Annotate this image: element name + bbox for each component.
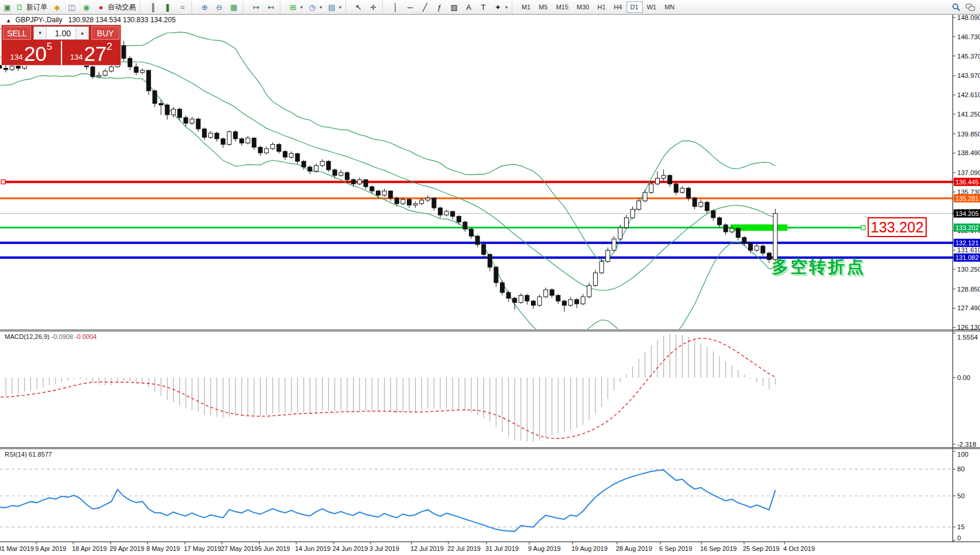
candle-body: [568, 300, 573, 306]
date-tick: 18 Apr 2019: [72, 545, 107, 552]
date-tick: 17 May 2019: [184, 545, 221, 552]
volume-decrease-button[interactable]: ▼: [34, 27, 47, 39]
chart-title: ▲ GBPJPY-,Daily 130.928 134.534 130.833 …: [6, 16, 176, 24]
price-tick: 141.250: [957, 111, 980, 118]
candle-body: [252, 138, 256, 148]
candle-body: [270, 145, 275, 149]
candle-body: [246, 138, 250, 143]
pivot-annotation[interactable]: 多空转折点: [772, 255, 865, 279]
price-tag-text: 133.202: [955, 224, 979, 231]
candle-body: [265, 149, 269, 153]
date-tick: 31 Jul 2019: [485, 545, 519, 552]
candle-body: [761, 246, 765, 253]
date-tick: 9 Apr 2019: [35, 545, 66, 552]
price-tick: 143.970: [957, 72, 980, 79]
candle-body: [234, 132, 238, 139]
candle-body: [631, 210, 635, 218]
symbol-period-label: GBPJPY-,Daily: [15, 16, 62, 24]
candle-body: [177, 109, 181, 117]
candle-body: [4, 68, 8, 70]
mt4-chart-window: { "toolbar": { "new_order_label": "新订单",…: [0, 0, 980, 555]
price-tick: 130.250: [957, 266, 980, 273]
rsi-line: [0, 470, 775, 532]
candle-body: [457, 217, 461, 222]
volume-stepper: ▼ 1.00 ▲: [33, 26, 89, 40]
candle-body: [736, 228, 740, 238]
candle-body: [612, 239, 616, 250]
rsi-axis-tick: 50: [957, 492, 965, 499]
buy-price[interactable]: 134 27 2: [62, 41, 121, 65]
price-tag-text: 134.205: [955, 210, 979, 217]
buy-button[interactable]: BUY: [91, 26, 119, 40]
date-tick: 25 Sep 2019: [743, 545, 779, 552]
candle-body: [687, 188, 691, 198]
candle-body: [637, 201, 641, 209]
hline-handle[interactable]: [861, 225, 865, 229]
pivot-annotation-text: 多空转折点: [772, 257, 865, 276]
volume-increase-button[interactable]: ▲: [76, 27, 88, 39]
date-tick: 9 Aug 2019: [528, 545, 561, 552]
candle-body: [718, 218, 722, 225]
macd-main-value: -0.0908: [51, 333, 73, 340]
candle-body: [308, 167, 312, 171]
rsi-axis-tick: 100: [957, 451, 968, 458]
candle-body: [649, 184, 653, 192]
price-tick: 127.490: [957, 304, 980, 311]
price-callout-box[interactable]: 133.202: [868, 217, 927, 237]
candle-body: [358, 180, 362, 184]
candle-body: [730, 228, 734, 232]
price-tag-text: 131.082: [955, 254, 979, 261]
candle-body: [662, 176, 666, 179]
rsi-axis-tick: 0: [957, 535, 961, 542]
sell-button[interactable]: SELL: [3, 26, 31, 40]
candle-body: [544, 290, 548, 297]
candle-body: [134, 67, 138, 73]
price-tag-text: 136.445: [955, 179, 979, 186]
sell-price[interactable]: 134 20 5: [2, 41, 62, 65]
price-tick: 148.090: [957, 14, 980, 21]
candle-body: [656, 178, 660, 184]
candle-body: [122, 46, 126, 59]
candle-body: [277, 145, 281, 152]
candle-body: [506, 293, 510, 299]
candle-body: [643, 193, 647, 201]
ohlc-values: 130.928 134.534 130.833 134.205: [68, 16, 176, 24]
candle-body: [190, 119, 194, 123]
macd-name: MACD(12,26,9): [5, 333, 49, 340]
macd-axis-tick: -2.318: [957, 441, 976, 448]
macd-indicator-label: MACD(12,26,9) -0.0908 -0.0004: [5, 333, 97, 340]
candle-body: [767, 253, 771, 259]
candle-body: [97, 76, 101, 77]
candle-body: [693, 198, 697, 206]
main-chart-panel: [0, 20, 952, 345]
candle-body: [532, 301, 536, 305]
candle-body: [301, 162, 306, 167]
candle-body: [475, 236, 479, 244]
buy-price-big: 27: [84, 44, 107, 63]
rsi-value: 61.8577: [29, 451, 52, 458]
candle-body: [370, 187, 374, 191]
candle-body: [10, 66, 14, 70]
candle-body: [420, 200, 424, 204]
candle-body: [364, 180, 368, 187]
candle-body: [432, 198, 436, 208]
collapse-triangle-icon[interactable]: ▲: [6, 18, 11, 23]
candle-body: [339, 173, 343, 176]
candle-body: [563, 301, 567, 305]
candle-body: [674, 184, 678, 192]
volume-input[interactable]: 1.00: [47, 27, 76, 39]
candle-body: [184, 118, 188, 124]
hline-handle[interactable]: [1, 180, 5, 184]
candle-body: [141, 70, 145, 73]
buy-price-sup: 2: [107, 42, 112, 51]
price-axis[interactable]: 148.090146.730145.370143.970142.610141.2…: [952, 14, 980, 542]
candle-body: [289, 153, 293, 157]
candle-body: [755, 246, 759, 250]
date-axis[interactable]: 31 Mar 20199 Apr 201918 Apr 201929 Apr 2…: [0, 542, 815, 552]
price-tag-text: 135.281: [955, 195, 979, 202]
price-tick: 146.730: [957, 33, 980, 40]
rsi-axis-tick: 15: [957, 523, 965, 530]
candle-body: [556, 296, 560, 302]
candle-body: [413, 204, 417, 205]
date-tick: 28 Aug 2019: [616, 545, 652, 552]
